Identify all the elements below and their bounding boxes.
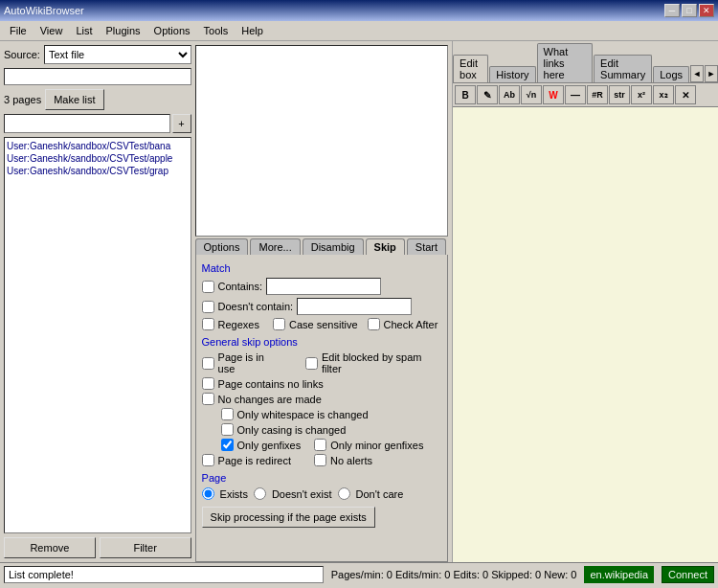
menu-view[interactable]: View — [34, 23, 69, 38]
page-no-links-label: Page contains no links — [218, 378, 324, 390]
toolbar-edit[interactable]: ✎ — [477, 85, 498, 104]
regex-row: Regexes Case sensitive Check After — [202, 318, 441, 330]
toolbar-text[interactable]: Ab — [499, 85, 520, 104]
edit-tab-history[interactable]: History — [489, 66, 535, 82]
pages-list[interactable]: User:Ganeshk/sandbox/CSVTest/bana User:G… — [4, 137, 191, 533]
contains-row: Contains: — [202, 278, 441, 295]
tab-options[interactable]: Options — [195, 238, 249, 255]
filter-button[interactable]: Filter — [100, 537, 191, 558]
toolbar-ref[interactable]: #R — [587, 85, 608, 104]
page-in-use-label: Page is in use — [218, 351, 282, 374]
toolbar-wiki[interactable]: W — [543, 85, 564, 104]
nav-next-button[interactable]: ► — [705, 65, 718, 82]
toolbar-dash[interactable]: — — [565, 85, 586, 104]
source-row: Source: Text file — [4, 45, 191, 64]
status-wiki: en.wikipedia — [584, 566, 654, 583]
toolbar-superscript[interactable]: x² — [631, 85, 652, 104]
article-display-area — [195, 45, 448, 237]
edit-tabs-row: Edit box History What links here Edit Su… — [453, 41, 718, 83]
edit-tab-editsummary[interactable]: Edit Summary — [594, 55, 652, 82]
edit-blocked-checkbox[interactable] — [305, 357, 318, 370]
title-bar: AutoWikiBrowser ─ □ ✕ — [0, 0, 718, 21]
source-label: Source: — [4, 49, 40, 60]
skip-processing-button[interactable]: Skip processing if the page exists — [202, 507, 375, 528]
tab-disambig[interactable]: Disambig — [303, 238, 364, 255]
list-item[interactable]: User:Ganeshk/sandbox/CSVTest/apple — [7, 152, 189, 165]
edit-tab-whatlinks[interactable]: What links here — [537, 43, 593, 82]
list-item[interactable]: User:Ganeshk/sandbox/CSVTest/bana — [7, 140, 189, 152]
list-item[interactable]: User:Ganeshk/sandbox/CSVTest/grap — [7, 165, 189, 177]
toolbar-bold[interactable]: B — [455, 85, 476, 104]
menu-bar: File View List Plugins Options Tools Hel… — [0, 21, 718, 41]
contains-input[interactable] — [266, 278, 381, 295]
no-changes-label: No changes are made — [218, 394, 322, 405]
regexes-label: Regexes — [218, 319, 259, 330]
no-alerts-checkbox[interactable] — [314, 454, 326, 466]
doesnt-contain-checkbox[interactable] — [202, 301, 214, 313]
redirect-checkbox[interactable] — [202, 454, 214, 466]
tab-more[interactable]: More... — [250, 238, 300, 255]
connect-button[interactable]: Connect — [662, 566, 714, 583]
remove-button[interactable]: Remove — [4, 537, 96, 558]
no-changes-row: No changes are made — [202, 393, 441, 405]
check-after-checkbox[interactable] — [368, 318, 380, 330]
minor-genfixes-checkbox[interactable] — [314, 439, 326, 451]
toolbar-string[interactable]: str — [609, 85, 630, 104]
edit-tab-logs[interactable]: Logs — [653, 66, 689, 82]
doesnt-exist-radio[interactable] — [254, 487, 266, 500]
edit-tab-editbox[interactable]: Edit box — [453, 55, 488, 82]
no-changes-checkbox[interactable] — [202, 393, 214, 405]
whitespace-label: Only whitespace is changed — [237, 409, 369, 420]
contains-checkbox[interactable] — [202, 281, 214, 293]
toolbar-remove[interactable]: ✕ — [675, 85, 696, 104]
genfixes-label: Only genfixes — [237, 440, 302, 451]
menu-plugins[interactable]: Plugins — [101, 23, 146, 38]
menu-file[interactable]: File — [4, 23, 33, 38]
doesnt-contain-input[interactable] — [297, 298, 412, 315]
edit-blocked-label: Edit blocked by spam filter — [322, 351, 441, 374]
redirect-label: Page is redirect — [218, 455, 291, 466]
dont-care-radio[interactable] — [338, 487, 350, 500]
casing-label: Only casing is changed — [237, 424, 347, 436]
window-controls: ─ □ ✕ — [664, 4, 714, 17]
menu-help[interactable]: Help — [236, 23, 269, 38]
skip-panel: Match Contains: Doesn't contain: Regexes… — [195, 255, 448, 562]
page-in-use-checkbox[interactable] — [202, 357, 214, 370]
nav-prev-button[interactable]: ◄ — [690, 65, 704, 82]
search-input[interactable] — [4, 68, 191, 85]
page-no-links-row: Page contains no links — [202, 377, 441, 390]
page-no-links-checkbox[interactable] — [202, 377, 214, 390]
maximize-btn[interactable]: □ — [682, 4, 697, 17]
close-btn[interactable]: ✕ — [699, 4, 714, 17]
edit-textarea[interactable] — [453, 107, 718, 562]
tab-skip[interactable]: Skip — [366, 238, 405, 255]
genfixes-row: Only genfixes Only minor genfixes — [221, 439, 441, 451]
doesnt-contain-label: Doesn't contain: — [218, 301, 294, 312]
status-message: List complete! — [4, 566, 324, 583]
exists-radio[interactable] — [202, 487, 214, 500]
regexes-checkbox[interactable] — [202, 318, 214, 330]
doesnt-contain-row: Doesn't contain: — [202, 298, 441, 315]
menu-list[interactable]: List — [70, 23, 98, 38]
minimize-btn[interactable]: ─ — [664, 4, 680, 17]
list-input[interactable] — [4, 114, 170, 133]
casing-checkbox[interactable] — [221, 423, 234, 436]
toolbar-math[interactable]: √n — [521, 85, 542, 104]
whitespace-checkbox[interactable] — [221, 408, 234, 420]
add-button[interactable]: + — [172, 114, 191, 133]
whitespace-row: Only whitespace is changed — [221, 408, 441, 420]
case-sensitive-checkbox[interactable] — [273, 318, 285, 330]
genfixes-checkbox[interactable] — [221, 439, 234, 451]
toolbar-subscript[interactable]: x₂ — [653, 85, 674, 104]
pages-count: 3 pages — [4, 94, 41, 105]
menu-options[interactable]: Options — [148, 23, 196, 38]
status-bar: List complete! Pages/min: 0 Edits/min: 0… — [0, 562, 718, 585]
make-list-button[interactable]: Make list — [45, 89, 103, 110]
center-tabs-row: Options More... Disambig Skip Start — [195, 237, 448, 255]
source-select[interactable]: Text file — [44, 45, 191, 64]
tab-start[interactable]: Start — [407, 238, 446, 255]
redirect-row: Page is redirect No alerts — [202, 454, 441, 466]
menu-tools[interactable]: Tools — [198, 23, 235, 38]
exists-label: Exists — [220, 488, 248, 500]
no-alerts-label: No alerts — [330, 455, 372, 466]
